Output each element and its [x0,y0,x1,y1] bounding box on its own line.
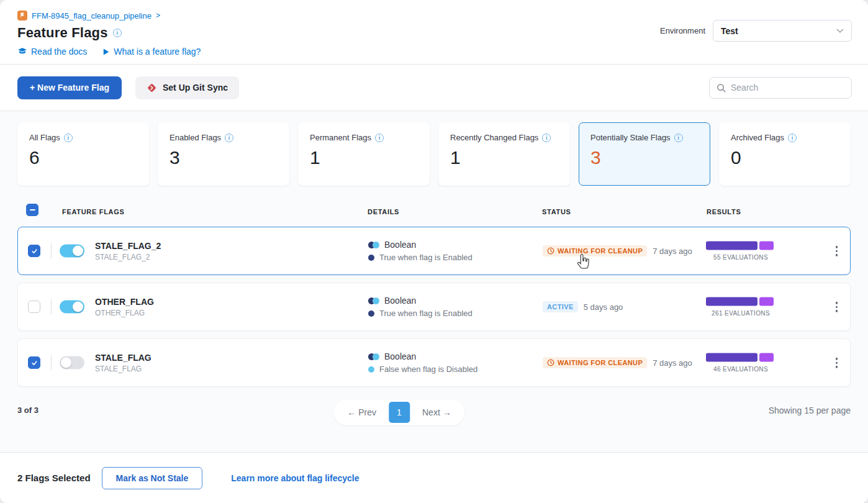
status-label: WAITING FOR CLEANUP [558,359,643,366]
check-icon [31,360,38,366]
flag-name: OTHER_FLAG [95,297,154,307]
divider [51,299,52,314]
search-box [709,77,852,99]
table-header: FEATURE FLAGS DETAILS STATUS RESULTS [17,202,851,227]
read-docs-label: Read the docs [31,47,87,57]
stat-card-potentially-stale-flags[interactable]: Potentially Stale Flags 3 [579,122,710,186]
clock-icon [547,359,554,366]
flag-type: Boolean [384,240,416,250]
row-checkbox[interactable] [28,301,40,313]
stat-label: Recently Changed Flags [450,133,538,142]
evaluations-label: 46 EVALUATIONS [706,366,775,373]
prev-page-button[interactable]: ← Prev [338,407,385,417]
status-badge[interactable]: ACTIVE [543,301,578,312]
search-icon [717,83,726,93]
new-feature-flag-button[interactable]: + New Feature Flag [17,76,122,99]
info-icon[interactable] [375,134,384,142]
info-icon[interactable] [225,134,233,142]
evaluations-bar [706,242,775,250]
flag-lifecycle-link[interactable]: Learn more about flag lifecycle [231,473,359,483]
stat-card-archived-flags[interactable]: Archived Flags 0 [719,122,851,186]
divider [51,243,52,258]
evaluations-label: 261 EVALUATIONS [706,310,775,317]
flag-id: STALE_FLAG [95,365,151,373]
boolean-type-icon [368,242,379,248]
search-input[interactable] [731,83,844,93]
last-updated: 5 days ago [584,302,623,312]
flag-name: STALE_FLAG_2 [95,241,161,251]
selected-count: 2 Flags Selected [17,473,91,483]
what-is-label: What is a feature flag? [114,47,201,57]
row-checkbox[interactable] [28,245,40,257]
stat-value: 3 [590,147,698,168]
page-header: FFM-8945_flag_cleanup_pipeline > Feature… [0,0,868,65]
flag-id: STALE_FLAG_2 [95,253,161,261]
stat-label: All Flags [29,133,60,142]
status-badge[interactable]: WAITING FOR CLEANUP [543,245,647,256]
git-sync-button[interactable]: Set Up Git Sync [135,76,239,99]
status-badge[interactable]: WAITING FOR CLEANUP [543,357,647,368]
stat-value: 1 [450,147,558,168]
clock-icon [547,247,554,255]
flag-variation: True when flag is Enabled [379,253,472,262]
divider [51,355,52,370]
info-icon[interactable] [788,134,797,142]
feature-flags-page: FFM-8945_flag_cleanup_pipeline > Feature… [0,0,868,503]
stat-label: Potentially Stale Flags [590,133,671,142]
column-header-feature-flags: FEATURE FLAGS [62,208,125,215]
info-icon[interactable] [64,134,73,142]
toolbar: + New Feature Flag Set Up Git Sync [0,65,868,111]
title-info-icon[interactable] [113,29,122,37]
mark-not-stale-button[interactable]: Mark as Not Stale [102,467,203,489]
check-icon [31,248,38,255]
column-header-status: STATUS [542,208,571,215]
breadcrumb-project-link[interactable]: FFM-8945_flag_cleanup_pipeline [32,11,151,20]
flag-toggle[interactable] [60,245,84,258]
read-docs-link[interactable]: Read the docs [17,47,87,57]
column-header-details: DETAILS [368,208,399,215]
flag-variation: True when flag is Enabled [379,309,472,318]
flag-type: Boolean [384,351,416,361]
docs-icon [17,47,27,57]
table-row[interactable]: STALE_FLAG STALE_FLAG Boolean False when… [17,338,851,387]
environment-label: Environment [660,26,705,35]
evaluations-bar [706,353,775,362]
column-header-results: RESULTS [707,208,741,215]
git-sync-label: Set Up Git Sync [163,83,228,93]
stat-label: Archived Flags [731,133,784,142]
stats-cards: All Flags 6 Enabled Flags 3 Permanent Fl… [17,122,851,186]
flag-type: Boolean [384,296,416,306]
variation-dot [368,366,374,373]
stat-card-all-flags[interactable]: All Flags 6 [17,122,149,186]
stat-value: 3 [170,147,278,168]
evaluations-label: 55 EVALUATIONS [706,254,775,261]
stat-card-recently-changed-flags[interactable]: Recently Changed Flags 1 [438,122,570,186]
flag-toggle[interactable] [60,356,84,369]
flag-toggle[interactable] [60,301,84,314]
kebab-menu-icon[interactable] [832,298,842,316]
stat-card-enabled-flags[interactable]: Enabled Flags 3 [158,122,289,186]
select-all-checkbox[interactable] [26,204,38,216]
showing-per-page: Showing 15 per page [769,406,851,415]
stat-value: 6 [29,147,137,168]
kebab-menu-icon[interactable] [832,354,842,372]
row-count-summary: 3 of 3 [17,406,38,415]
page-1-button[interactable]: 1 [389,402,410,423]
stat-value: 0 [731,147,839,168]
page-title: Feature Flags [17,25,108,41]
git-sync-icon [147,83,157,93]
what-is-feature-flag-link[interactable]: What is a feature flag? [102,47,201,57]
table-row[interactable]: OTHER_FLAG OTHER_FLAG Boolean True when … [17,283,851,331]
evaluations-bar [706,297,775,306]
environment-value: Test [721,26,738,36]
flag-name: STALE_FLAG [95,353,151,363]
info-icon[interactable] [542,134,551,142]
next-page-button[interactable]: Next → [414,407,460,417]
row-checkbox[interactable] [28,356,40,369]
flag-variation: False when flag is Disabled [379,365,477,374]
environment-select[interactable]: Test [713,20,852,42]
kebab-menu-icon[interactable] [832,242,842,260]
table-row[interactable]: STALE_FLAG_2 STALE_FLAG_2 Boolean True w… [17,227,851,275]
info-icon[interactable] [674,134,683,142]
stat-card-permanent-flags[interactable]: Permanent Flags 1 [298,122,430,186]
